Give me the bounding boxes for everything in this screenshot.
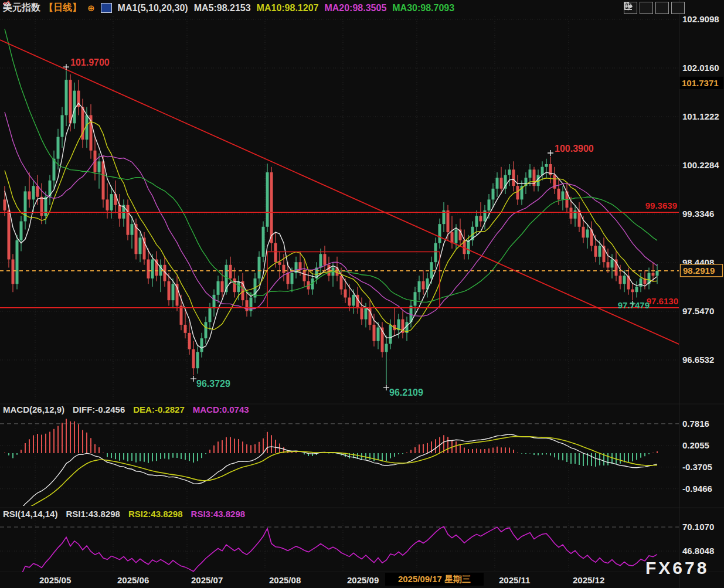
svg-text:99.3346: 99.3346 [682,209,714,219]
rsi-title: RSI(14,14,14) [3,509,57,519]
ma5-value: MA5:98.2153 [194,3,251,13]
svg-text:101.9700: 101.9700 [70,57,110,67]
svg-text:2025/12: 2025/12 [573,575,604,585]
svg-text:96.6532: 96.6532 [682,355,714,365]
svg-text:101.1222: 101.1222 [682,111,719,121]
svg-text:97.6130: 97.6130 [647,296,678,306]
fx678-watermark: FX678 [645,558,709,578]
axis-scale-right-icon[interactable] [655,2,669,14]
rsi-header: RSI(14,14,14) RSI1:43.8298 RSI2:43.8298 … [3,509,245,519]
svg-text:97.5470: 97.5470 [682,306,714,316]
rsi2-value: RSI2:43.8298 [128,509,183,519]
svg-text:70.1070: 70.1070 [682,522,714,532]
ma-group-label: MA1(5,10,20,30) [118,3,188,13]
svg-text:0.2055: 0.2055 [682,440,709,450]
alert-price-label: 101.7371 [682,78,719,88]
svg-text:97.7479: 97.7479 [618,300,650,310]
svg-text:100.3900: 100.3900 [555,144,594,154]
svg-text:2025/11: 2025/11 [499,575,530,585]
rsi1-value: RSI1:43.8298 [66,509,120,519]
macd-title: MACD(26,12,9) [3,405,64,414]
candles-layer [4,70,659,384]
chart-type-icon[interactable] [101,3,112,13]
svg-text:2025/08: 2025/08 [269,575,301,585]
svg-text:96.2109: 96.2109 [389,388,423,397]
svg-text:102.0160: 102.0160 [682,63,719,73]
time-axis: 2025/052025/062025/072025/082025/092025/… [39,573,604,586]
exit-chart-icon[interactable] [671,2,685,14]
price-axis: 102.9098102.0160101.1222100.228499.33469… [0,14,723,556]
svg-text:0.7816: 0.7816 [682,419,709,429]
period-label[interactable]: 【日线】 [44,2,81,14]
macd-dea-value: DEA:-0.2827 [133,405,185,414]
rsi-line [5,526,657,588]
svg-text:2025/07: 2025/07 [191,575,223,585]
macd-header: MACD(26,12,9) DIFF:-0.2456 DEA:-0.2827 M… [3,405,249,414]
svg-text:100.2284: 100.2284 [682,160,719,170]
ma10-value: MA10:98.1207 [257,3,319,13]
macd-panel [5,419,657,512]
macd-macd-value: MACD:0.0743 [193,405,249,414]
svg-text:2025/06: 2025/06 [117,575,149,585]
add-indicator-icon[interactable]: ⊕ [87,3,95,13]
extreme-markers: 101.9700100.390096.372996.210997.7479 [63,57,650,397]
ma30-value: MA30:98.7093 [392,3,454,13]
macd-diff-value: DIFF:-0.2456 [73,405,125,414]
crosshair-date-label: 2025/09/17 星期三 [398,574,471,584]
ma20-value: MA20:98.3505 [324,3,386,13]
svg-text:99.3639: 99.3639 [645,200,677,210]
svg-text:-0.9466: -0.9466 [682,484,712,494]
svg-text:96.3729: 96.3729 [196,379,230,389]
svg-text:102.9098: 102.9098 [682,14,719,24]
chart-window: 99.363997.6130102.9098102.0160101.122210… [0,0,724,588]
svg-text:2025/09: 2025/09 [347,575,379,585]
svg-text:2025/05: 2025/05 [39,575,71,585]
last-price-label: 98.2919 [683,266,715,276]
svg-text:46.8048: 46.8048 [682,546,714,556]
chart-toolbar [624,2,685,14]
axis-scale-left-icon[interactable] [640,2,653,14]
candlestick-chart-canvas[interactable]: 99.363997.6130102.9098102.0160101.122210… [0,0,724,588]
svg-text:-0.3705: -0.3705 [682,462,712,472]
chart-header: 美元指数 【日线】 ⊕ MA1(5,10,20,30) MA5:98.2153 … [3,0,454,16]
rsi3-value: RSI3:43.8298 [191,509,246,519]
